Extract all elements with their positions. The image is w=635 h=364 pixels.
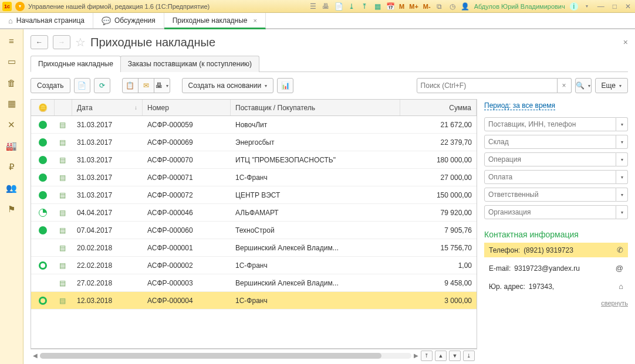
factory-icon[interactable]: 🏭 — [5, 140, 18, 152]
email-icon[interactable]: @ — [616, 264, 623, 273]
h-scrollbar[interactable] — [40, 353, 411, 359]
user-name[interactable]: Абдулов Юрий Владимирович — [474, 3, 565, 10]
col-date[interactable]: Дата↓ — [72, 100, 143, 115]
filter-supplier-input[interactable] — [484, 117, 616, 131]
portal-icon[interactable]: ▭ — [5, 55, 18, 68]
table-row[interactable]: ▤31.03.2017АСФР-000070ИТЦ "ПРОМБЕЗОПАСНО… — [31, 151, 477, 169]
col-supplier[interactable]: Поставщик / Покупатель — [231, 100, 400, 115]
comment-icon: ▤ — [59, 279, 66, 287]
go-up-button[interactable]: ▲ — [435, 351, 447, 361]
phone-icon[interactable]: ✆ — [617, 246, 623, 254]
back-button[interactable]: ← — [31, 35, 48, 49]
dropdown-icon[interactable]: ▾ — [616, 117, 628, 131]
more-button[interactable]: Еще▾ — [595, 78, 628, 93]
filter-operation-input[interactable] — [484, 152, 616, 166]
col-amount[interactable]: Сумма — [400, 100, 477, 115]
table-row[interactable]: ▤31.03.2017АСФР-000072ЦЕНТР ВЭСТ150 000,… — [31, 186, 477, 204]
dropdown-icon[interactable]: ▾ — [616, 135, 628, 149]
favorite-icon[interactable]: ☆ — [75, 35, 86, 49]
col-comment[interactable] — [55, 100, 72, 115]
contact-address-row[interactable]: Юр. адрес: 197343, ⌂ — [484, 279, 628, 294]
filter-payment-input[interactable] — [484, 170, 616, 184]
table-row[interactable]: ▤31.03.2017АСФР-000069Энергосбыт22 379,7… — [31, 134, 477, 151]
scroll-right-icon[interactable]: ▶ — [414, 352, 418, 359]
save-in-icon[interactable]: ⤓ — [347, 2, 356, 11]
goto-bottom-button[interactable]: ⤓ — [463, 351, 475, 361]
addr-label: Юр. адрес: — [489, 283, 525, 291]
table-row[interactable]: ▤22.02.2018АСФР-0000021С-Франч1,00 — [31, 257, 477, 274]
newwin-icon[interactable]: ⧉ — [435, 2, 444, 11]
table-row[interactable]: ▤04.04.2017АСФР-000046АЛЬФАМАРТ79 920,00 — [31, 204, 477, 222]
print-button[interactable]: 🖶▾ — [154, 78, 170, 93]
tab-home[interactable]: ⌂ Начальная страница — [0, 13, 93, 28]
create-button[interactable]: Создать — [31, 78, 70, 93]
money-icon[interactable]: ₽ — [5, 161, 18, 174]
goto-top-button[interactable]: ⤒ — [421, 351, 433, 361]
page-close-button[interactable]: × — [623, 38, 628, 47]
calendar-icon[interactable]: 📅 — [386, 2, 394, 11]
flag-icon[interactable]: ⚑ — [5, 203, 18, 216]
contact-phone-row[interactable]: Телефон: (8921) 9319723 ✆ — [484, 243, 628, 257]
cell-status — [31, 134, 55, 151]
nav-icon[interactable]: ☰ — [309, 2, 317, 11]
filter-warehouse-input[interactable] — [484, 135, 616, 149]
subtab-orders[interactable]: Заказы поставщикам (к поступлению) — [120, 56, 259, 72]
mail-button[interactable]: ✉ — [138, 78, 154, 93]
forward-button[interactable]: → — [53, 35, 70, 49]
contact-email-row[interactable]: E-mail: 9319723@yandex.ru @ — [484, 261, 628, 275]
m-button[interactable]: M — [399, 3, 404, 10]
save-out-icon[interactable]: ⤒ — [360, 2, 369, 11]
create-based-button[interactable]: Создать на основании▾ — [182, 78, 274, 93]
col-number[interactable]: Номер — [143, 100, 231, 115]
find-button[interactable]: 🔍▾ — [575, 78, 592, 93]
menu-icon[interactable]: ≡ — [5, 34, 18, 47]
tab-invoices[interactable]: Приходные накладные × — [164, 13, 266, 29]
filter-organization-input[interactable] — [484, 205, 616, 219]
period-link[interactable]: Период: за все время — [484, 101, 555, 110]
home-icon[interactable]: ⌂ — [619, 282, 623, 291]
dropdown-icon[interactable]: ▾ — [616, 170, 628, 184]
grid-icon[interactable]: ▦ — [373, 2, 381, 11]
collapse-link[interactable]: свернуть — [484, 300, 628, 307]
m-plus-button[interactable]: M+ — [409, 3, 418, 10]
clock-icon[interactable]: ◷ — [448, 2, 457, 11]
boxes-icon[interactable]: ▦ — [5, 97, 18, 110]
search-input[interactable] — [417, 78, 558, 93]
dropdown-icon[interactable]: ▾ — [616, 188, 628, 202]
tab-close-icon[interactable]: × — [254, 17, 257, 24]
close-window-button[interactable]: ✕ — [623, 2, 633, 11]
dropdown-icon[interactable]: ▾ — [616, 152, 628, 166]
refresh-button[interactable]: ⟳ — [94, 78, 110, 93]
report-button[interactable]: 📊 — [277, 78, 293, 93]
scroll-left-icon[interactable]: ◀ — [33, 352, 38, 359]
cell-status — [31, 169, 55, 186]
m-minus-button[interactable]: M- — [423, 3, 431, 10]
info-icon[interactable]: i — [570, 2, 578, 11]
copy-button[interactable]: 📄 — [74, 78, 90, 93]
doc-action-button[interactable]: 📋 — [122, 78, 139, 93]
tools-icon[interactable]: ✕ — [5, 118, 18, 131]
status-dot-icon — [39, 174, 47, 182]
comment-icon: ▤ — [59, 226, 66, 234]
cart-icon[interactable]: 🗑 — [5, 76, 18, 89]
subtab-invoices[interactable]: Приходные накладные — [31, 56, 121, 72]
users-icon[interactable]: 👥 — [5, 182, 18, 195]
col-status[interactable]: 🪙 — [31, 100, 55, 115]
go-down-button[interactable]: ▼ — [449, 351, 461, 361]
print-icon[interactable]: 🖶 — [322, 2, 330, 11]
table-row[interactable]: ▤31.03.2017АСФР-0000711С-Франч27 000,00 — [31, 169, 477, 186]
table-row[interactable]: ▤07.04.2017АСФР-000060ТехноСтрой7 905,76 — [31, 222, 477, 239]
tab-discussions[interactable]: 💬 Обсуждения — [93, 13, 164, 28]
minimize-button[interactable]: — — [596, 2, 606, 11]
search-clear-button[interactable]: × — [558, 78, 572, 93]
maximize-button[interactable]: □ — [611, 2, 619, 11]
app-menu-dropdown[interactable]: ▾ — [15, 2, 25, 11]
table-row[interactable]: ▤27.02.2018АСФР-000003Вершинский Алексей… — [31, 274, 477, 292]
table-row[interactable]: ▤31.03.2017АСФР-000059НовочЛит21 672,00 — [31, 116, 477, 134]
filter-responsible-input[interactable] — [484, 188, 616, 202]
dropdown-icon[interactable]: ▾ — [616, 205, 628, 219]
table-row[interactable]: ▤20.02.2018АСФР-000001Вершинский Алексей… — [31, 239, 477, 257]
table-row[interactable]: ▤12.03.2018АСФР-0000041С-Франч3 000,00 — [31, 292, 477, 309]
doc-icon[interactable]: 📄 — [335, 2, 343, 11]
info-drop-icon[interactable]: ▾ — [583, 2, 591, 11]
